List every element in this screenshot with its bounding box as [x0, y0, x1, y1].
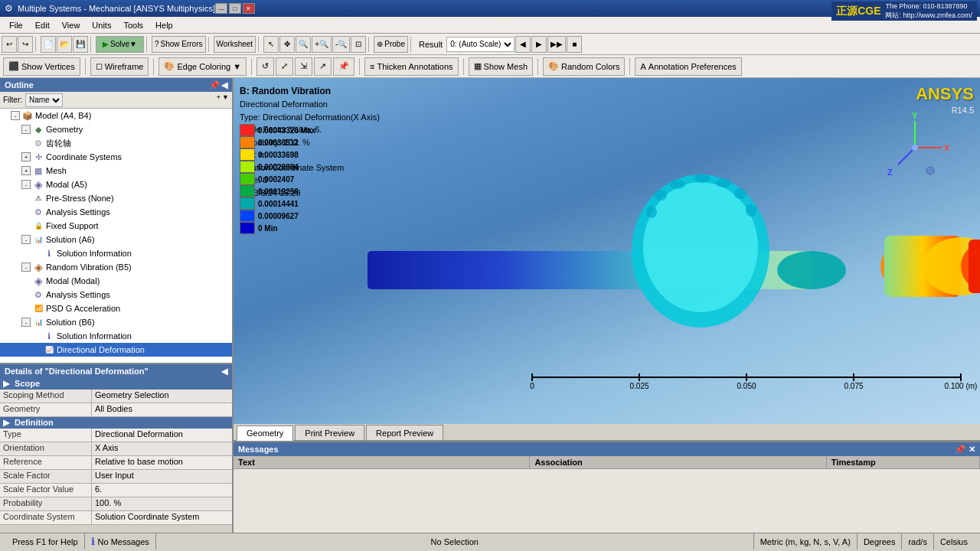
maximize-button[interactable]: □	[229, 3, 241, 14]
fit-button[interactable]: ⊡	[351, 36, 366, 53]
pin-tool[interactable]: 📌	[333, 57, 354, 76]
toggle-geometry[interactable]: -	[21, 125, 31, 134]
result-stop-button[interactable]: ■	[567, 36, 582, 53]
toggle-random-b5[interactable]: -	[21, 262, 31, 272]
viewport[interactable]: B: Random Vibration Directional Deformat…	[234, 78, 980, 424]
tree-node-prestress[interactable]: ⚠ Pre-Stress (None)	[0, 191, 232, 205]
move-button[interactable]: ⤢	[276, 57, 293, 76]
arrow-tool[interactable]: ↗	[314, 57, 332, 76]
tree-node-sol-info-b6[interactable]: ℹ Solution Information	[0, 329, 232, 343]
menu-units[interactable]: Units	[86, 19, 117, 31]
company-logo: 正源CGE	[836, 5, 880, 18]
rotate-button[interactable]: ↺	[256, 57, 274, 76]
toggle-solution-b6[interactable]: -	[21, 318, 31, 327]
tab-geometry[interactable]: Geometry	[237, 425, 293, 441]
sep6	[368, 37, 371, 52]
new-button[interactable]: 📄	[41, 36, 56, 53]
tab-print-preview[interactable]: Print Preview	[295, 425, 364, 440]
tree-node-gear[interactable]: ⚙ 齿轮轴	[0, 136, 232, 150]
geometry-icon: ◆	[32, 123, 44, 135]
solution-b6-icon: 📊	[32, 316, 44, 328]
scope-icon: ▶	[3, 379, 9, 388]
wireframe-button[interactable]: ◻ Wireframe	[90, 57, 149, 76]
edge-coloring-dropdown-icon[interactable]: ▼	[233, 62, 241, 71]
solve-button[interactable]: ▶ Solve ▼	[96, 36, 144, 53]
left-panel: Outline 📌 ◀ Filter: Name + ▼	[0, 78, 234, 533]
scale-factor-value-row: Scale Factor Value 6.	[0, 484, 232, 497]
toggle-solution-a6[interactable]: -	[21, 235, 31, 244]
result-prev-button[interactable]: ◀	[515, 36, 531, 53]
tree-node-model[interactable]: - 📦 Model (A4, B4)	[0, 109, 232, 122]
filter-select[interactable]: Name	[25, 93, 63, 107]
toggle-modal-a5[interactable]: -	[21, 180, 31, 189]
outline-filter-button[interactable]: ▼	[222, 93, 229, 107]
menu-file[interactable]: File	[3, 19, 29, 31]
result-select[interactable]: 0: (Auto Scale)	[446, 37, 514, 52]
toolbar1: ↩ ↪ 📄 📂 💾 ▶ Solve ▼ ? Show Errors Worksh…	[0, 34, 980, 55]
scoping-method-row: Scoping Method Geometry Selection	[0, 390, 232, 403]
menu-edit[interactable]: Edit	[29, 19, 56, 31]
menu-view[interactable]: View	[56, 19, 87, 31]
toggle-coord[interactable]: +	[21, 152, 31, 161]
menu-help[interactable]: Help	[149, 19, 179, 31]
select-tool[interactable]: ↖	[263, 36, 279, 53]
tree-node-geometry[interactable]: - ◆ Geometry	[0, 122, 232, 136]
toggle-mesh[interactable]: +	[21, 166, 31, 175]
pan-tool[interactable]: ✥	[279, 36, 295, 53]
tree-node-analysis-a5[interactable]: ⚙ Analysis Settings	[0, 205, 232, 219]
solve-dropdown-icon[interactable]: ▼	[129, 40, 137, 48]
thicken-button[interactable]: ≡ Thicken Annotations	[364, 57, 459, 76]
messages-pin-button[interactable]: 📌	[955, 445, 965, 455]
tree-node-analysis-b5[interactable]: ⚙ Analysis Settings	[0, 288, 232, 302]
tree-node-modal-ref[interactable]: ◈ Modal (Modal)	[0, 274, 232, 288]
tree-node-solution-b6[interactable]: - 📊 Solution (B6)	[0, 315, 232, 329]
open-button[interactable]: 📂	[57, 36, 72, 53]
show-mesh-button[interactable]: ▦ Show Mesh	[469, 57, 533, 76]
tree-node-modal-a5[interactable]: - ◈ Modal (A5)	[0, 178, 232, 191]
svg-text:Y: Y	[912, 111, 918, 120]
save-button[interactable]: 💾	[73, 36, 88, 53]
tab-report-preview[interactable]: Report Preview	[366, 425, 443, 440]
geometry-label: Geometry	[46, 125, 83, 134]
messages-close-button[interactable]: ✕	[969, 445, 975, 455]
zoom-out-button[interactable]: -🔍	[332, 36, 350, 53]
sol-info-a6-icon: ℹ	[43, 247, 55, 259]
annotation-prefs-button[interactable]: A Annotation Preferences	[635, 57, 741, 76]
outline-pin-button[interactable]: ◀	[221, 80, 227, 90]
model-icon: 📦	[21, 109, 34, 122]
tree-node-dir-deform[interactable]: 📈 Directional Deformation	[0, 343, 232, 357]
gear-3d-visualization: 0 0.025 0.050 0.075 0.100 (m) X Y Z	[234, 78, 980, 424]
zoom-in-button[interactable]: +🔍	[312, 36, 332, 53]
undo-button[interactable]: ↩	[2, 36, 17, 53]
tree-node-random-b5[interactable]: - ◈ Random Vibration (B5)	[0, 260, 232, 274]
close-button[interactable]: ✕	[243, 3, 255, 14]
tree-node-fixed[interactable]: 🔒 Fixed Support	[0, 219, 232, 233]
minimize-button[interactable]: —	[215, 3, 227, 14]
edge-coloring-button[interactable]: 🎨 Edge Coloring ▼	[158, 57, 247, 76]
svg-point-34	[912, 145, 918, 151]
sep3	[146, 37, 149, 52]
result-next-button[interactable]: ▶	[531, 36, 547, 53]
sep-t2-5	[463, 58, 464, 75]
show-errors-button[interactable]: ? Show Errors	[152, 36, 206, 53]
outline-add-button[interactable]: +	[217, 93, 220, 107]
outline-dock-button[interactable]: 📌	[209, 80, 220, 90]
probe-button[interactable]: ⊕ Probe	[374, 36, 408, 53]
redo-button[interactable]: ↪	[18, 36, 33, 53]
scale-button[interactable]: ⇲	[295, 57, 312, 76]
show-vertices-button[interactable]: ⬛ Show Vertices	[3, 57, 80, 76]
zoom-tool[interactable]: 🔍	[296, 36, 311, 53]
svg-text:0.100 (m): 0.100 (m)	[945, 382, 978, 390]
tree-node-psd[interactable]: 📶 PSD G Acceleration	[0, 302, 232, 315]
tree-node-coord[interactable]: + ✛ Coordinate Systems	[0, 150, 232, 164]
worksheet-button[interactable]: Worksheet	[214, 36, 256, 53]
details-pin-button[interactable]: ◀	[221, 367, 227, 377]
toggle-model[interactable]: -	[11, 111, 20, 120]
tree-node-sol-info-a6[interactable]: ℹ Solution Information	[0, 246, 232, 260]
random-colors-button[interactable]: 🎨 Random Colors	[543, 57, 625, 76]
analysis-a5-icon: ⚙	[32, 206, 44, 218]
tree-node-solution-a6[interactable]: - 📊 Solution (A6)	[0, 233, 232, 246]
result-play-button[interactable]: ▶▶	[547, 36, 566, 53]
menu-tools[interactable]: Tools	[117, 19, 149, 31]
tree-node-mesh[interactable]: + ▦ Mesh	[0, 164, 232, 178]
